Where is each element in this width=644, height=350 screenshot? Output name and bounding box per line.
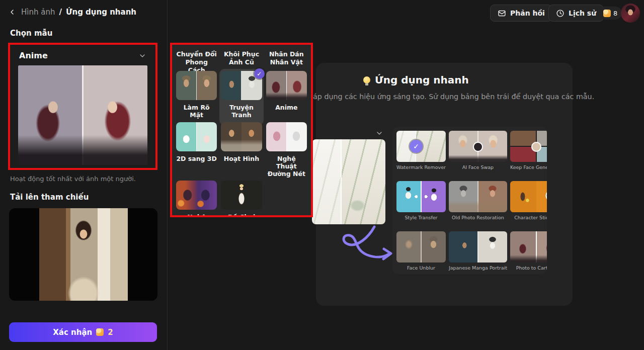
choose-template-title: Chọn mẫu <box>10 29 52 38</box>
confirm-label: Xác nhận <box>53 328 92 337</box>
app-window: Hình ảnh / Ứng dụng nhanh Phản hồi Lịch … <box>0 0 644 350</box>
template-label: Làm Rõ Mặt <box>176 104 217 119</box>
template-thumbnail <box>176 122 217 151</box>
template-label: 2D sang 3D <box>176 155 217 162</box>
watermark-preview-image <box>312 139 385 224</box>
face-ring-icon <box>473 142 483 152</box>
back-icon[interactable] <box>7 7 17 17</box>
template-thumbnail <box>176 181 217 210</box>
template-select-highlight: Anime <box>8 43 157 170</box>
feedback-label: Phản hồi <box>510 9 545 17</box>
template-truyen-tranh[interactable]: ✓ Truyện Tranh <box>219 69 263 125</box>
template-label: Nghệ Thuật Đường Nét <box>266 155 307 178</box>
check-icon: ✓ <box>410 140 423 153</box>
clock-icon <box>556 9 565 18</box>
template-thumbnail <box>221 122 262 151</box>
breadcrumb-parent[interactable]: Hình ảnh <box>21 8 55 17</box>
breadcrumb-separator: / <box>59 8 61 17</box>
template-anime[interactable]: Anime <box>266 71 307 122</box>
template-label: Anime <box>275 104 297 111</box>
feedback-button[interactable]: Phản hồi <box>490 5 552 22</box>
effect-thumbnail <box>510 231 547 262</box>
history-label: Lịch sử <box>569 9 596 17</box>
effect-label: Keep Face Generation <box>510 164 547 170</box>
template-hint: Hoạt động tốt nhất với ảnh một người. <box>10 175 136 183</box>
template-thumbnail <box>266 71 307 100</box>
confirm-cost: 2 <box>108 328 113 337</box>
page-title: Ứng dụng nhanh <box>363 74 469 86</box>
template-dropdown-value: Anime <box>19 51 48 60</box>
page-subtitle: áp dụng các hiệu ứng sáng tạo. Sử dụng b… <box>313 93 571 101</box>
effect-watermark-remover[interactable]: ✓ Watermark Remover <box>396 131 446 181</box>
effect-thumbnail <box>396 181 446 212</box>
template-preview-image <box>18 65 147 165</box>
category-header: Khôi Phục Ảnh Cũ <box>221 48 262 71</box>
chevron-down-icon <box>138 52 146 60</box>
template-lam-ro-mat[interactable]: Làm Rõ Mặt <box>176 71 217 122</box>
effect-thumbnail <box>449 181 507 212</box>
effect-thumbnail <box>449 131 507 162</box>
template-label: Hoạt Hình <box>224 155 259 162</box>
effect-label: Watermark Remover <box>396 164 446 170</box>
template-thumbnail: ✓ <box>221 71 262 100</box>
effect-japanese-manga-portrait[interactable]: Japanese Manga Portrait <box>449 231 507 271</box>
effect-ai-face-swap[interactable]: AI Face Swap <box>449 131 507 181</box>
effect-old-photo-restoration[interactable]: Old Photo Restoration <box>449 181 507 231</box>
avatar[interactable] <box>621 4 640 23</box>
effect-face-unblur[interactable]: Face Unblur <box>396 231 446 271</box>
effect-keep-face-generation[interactable]: Keep Face Generation <box>510 131 547 181</box>
coin-icon <box>96 328 104 336</box>
coin-icon <box>603 10 611 17</box>
sidebar-divider <box>167 0 168 350</box>
template-label: Nghệ Thuật <box>176 213 217 217</box>
effect-thumbnail: ✓ <box>396 131 446 162</box>
effect-thumbnail <box>396 231 446 262</box>
effect-thumbnail <box>510 181 547 212</box>
template-label: Truyện Tranh <box>221 104 262 119</box>
confirm-button[interactable]: Xác nhận 2 <box>9 322 157 342</box>
template-label: Đồ Chơi Nhựa <box>221 213 262 217</box>
template-hoat-hinh[interactable]: Hoạt Hình <box>221 122 262 181</box>
effect-label: Old Photo Restoration <box>452 215 504 220</box>
effect-label: Japanese Manga Portrait <box>449 265 507 271</box>
effects-grid: ✓ Watermark Remover AI Face Swap Keep Fa… <box>392 127 547 274</box>
breadcrumb: Hình ảnh / Ứng dụng nhanh <box>7 7 136 17</box>
template-categories-panel: Chuyển Đổi Phong Cách Khôi Phục Ảnh Cũ N… <box>170 43 313 217</box>
effect-character-stickers[interactable]: Character Stickers <box>510 181 547 231</box>
category-header: Chuyển Đổi Phong Cách <box>176 48 217 71</box>
upload-reference-title: Tải lên tham chiếu <box>10 193 89 202</box>
envelope-icon <box>498 9 506 18</box>
template-2d-sang-3d[interactable]: 2D sang 3D <box>176 122 217 181</box>
effect-label: Photo to Cartoon <box>516 265 547 271</box>
effect-photo-to-cartoon[interactable]: Photo to Cartoon <box>510 231 547 271</box>
effect-thumbnail <box>510 131 547 162</box>
page-title-text: Ứng dụng nhanh <box>375 74 469 86</box>
check-icon: ✓ <box>254 68 265 79</box>
template-thumbnail <box>266 122 307 151</box>
effect-label: AI Face Swap <box>462 164 494 170</box>
reference-upload-area[interactable] <box>9 208 157 301</box>
credits-badge[interactable]: 8 <box>599 7 622 20</box>
lightbulb-icon <box>363 76 370 83</box>
curved-arrow-icon <box>310 224 398 267</box>
collapse-chevron-icon[interactable] <box>375 129 383 139</box>
template-thumbnail <box>221 181 262 210</box>
effect-label: Style Transfer <box>405 215 437 220</box>
breadcrumb-current: Ứng dụng nhanh <box>66 8 136 17</box>
effect-label: Face Unblur <box>407 265 435 271</box>
quick-apps-panel: Ứng dụng nhanh áp dụng các hiệu ứng sáng… <box>316 63 573 306</box>
effect-label: Character Stickers <box>514 215 547 220</box>
effect-style-transfer[interactable]: Style Transfer <box>396 181 446 231</box>
template-do-choi-nhua[interactable]: Đồ Chơi Nhựa <box>221 181 262 217</box>
template-thumbnail <box>176 71 217 100</box>
effect-thumbnail <box>449 231 507 262</box>
history-button[interactable]: Lịch sử <box>548 5 604 22</box>
reference-photo <box>39 208 128 301</box>
template-dropdown[interactable]: Anime <box>10 45 155 64</box>
category-header: Nhãn Dán Nhân Vật <box>266 48 307 71</box>
face-ring-icon <box>531 142 541 152</box>
template-nghe-thuat-duong-net[interactable]: Nghệ Thuật Đường Nét <box>266 122 307 181</box>
template-nghe-thuat[interactable]: Nghệ Thuật <box>176 181 217 217</box>
credits-count: 8 <box>613 10 617 17</box>
